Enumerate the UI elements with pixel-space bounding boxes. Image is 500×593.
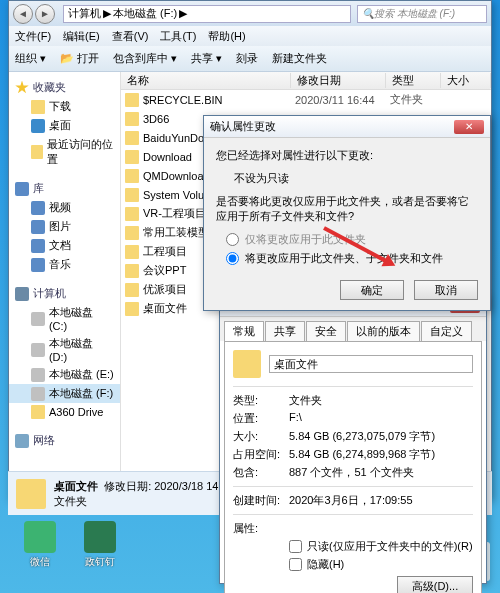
col-size[interactable]: 大小 xyxy=(441,73,491,88)
titlebar: ◄ ► 计算机 ▶ 本地磁盘 (F:) ▶ 🔍 搜索 本地磁盘 (F:) xyxy=(9,1,491,26)
music-icon xyxy=(31,258,45,272)
sidebar-drive-e[interactable]: 本地磁盘 (E:) xyxy=(9,365,120,384)
folder-icon xyxy=(125,93,139,107)
confirm-msg3: 是否要将此更改仅应用于此文件夹，或者是否要将它应用于所有子文件夹和文件? xyxy=(216,194,478,224)
toolbar-organize[interactable]: 组织 ▾ xyxy=(15,51,46,66)
desktop-icon-wechat[interactable]: 微信 xyxy=(22,521,58,569)
drive-icon xyxy=(31,387,45,401)
sidebar-drive-f[interactable]: 本地磁盘 (F:) xyxy=(9,384,120,403)
sidebar-item-documents[interactable]: 文档 xyxy=(9,236,120,255)
sidebar-computer[interactable]: 计算机 xyxy=(9,284,120,303)
sidebar-item-desktop[interactable]: 桌面 xyxy=(9,116,120,135)
folder-icon xyxy=(125,169,139,183)
video-icon xyxy=(31,201,45,215)
close-button[interactable]: ✕ xyxy=(454,120,484,134)
advanced-button[interactable]: 高级(D)... xyxy=(397,576,473,593)
folder-icon xyxy=(233,350,261,378)
dialog-titlebar[interactable]: 确认属性更改 ✕ xyxy=(204,116,490,138)
radio-this-folder-only[interactable]: 仅将更改应用于此文件夹 xyxy=(226,232,478,247)
tab-security[interactable]: 安全 xyxy=(306,321,346,341)
hidden-checkbox[interactable] xyxy=(289,558,302,571)
desktop-icon xyxy=(31,119,45,133)
folder-icon xyxy=(125,150,139,164)
sidebar-libraries[interactable]: 库 xyxy=(9,179,120,198)
toolbar-burn[interactable]: 刻录 xyxy=(236,51,258,66)
folder-icon xyxy=(125,302,139,316)
menubar: 文件(F) 编辑(E) 查看(V) 工具(T) 帮助(H) xyxy=(9,26,491,46)
search-input[interactable]: 🔍 搜索 本地磁盘 (F:) xyxy=(357,5,487,23)
sidebar-drive-d[interactable]: 本地磁盘 (D:) xyxy=(9,334,120,365)
file-header: 名称 修改日期 类型 大小 xyxy=(121,72,491,90)
toolbar: 组织 ▾ 📂 打开 包含到库中 ▾ 共享 ▾ 刻录 新建文件夹 xyxy=(9,46,491,72)
attr-hidden-row[interactable]: 隐藏(H) xyxy=(289,557,473,572)
desktop-icon-dingtalk[interactable]: 政钉钉 xyxy=(82,521,118,569)
download-icon xyxy=(31,100,45,114)
sidebar-item-pictures[interactable]: 图片 xyxy=(9,217,120,236)
sidebar-network[interactable]: 网络 xyxy=(9,431,120,450)
tab-sharing[interactable]: 共享 xyxy=(265,321,305,341)
chevron-right-icon: ▶ xyxy=(103,7,111,20)
toolbar-newfolder[interactable]: 新建文件夹 xyxy=(272,51,327,66)
col-name[interactable]: 名称 xyxy=(121,73,291,88)
menu-view[interactable]: 查看(V) xyxy=(112,29,149,44)
confirm-msg2: 不设为只读 xyxy=(234,171,478,186)
dingtalk-icon xyxy=(84,521,116,553)
prop-location: F:\ xyxy=(289,411,473,426)
sidebar-item-music[interactable]: 音乐 xyxy=(9,255,120,274)
cloud-icon xyxy=(31,405,45,419)
prop-size-on-disk: 5.84 GB (6,274,899,968 字节) xyxy=(289,447,473,462)
picture-icon xyxy=(31,220,45,234)
properties-dialog: 桌面文件 属性 ✕ 常规 共享 安全 以前的版本 自定义 类型:文件夹 位置:F… xyxy=(219,294,487,584)
folder-name-input[interactable] xyxy=(269,355,473,373)
folder-icon xyxy=(125,245,139,259)
radio-input[interactable] xyxy=(226,252,239,265)
folder-icon xyxy=(125,264,139,278)
properties-tabs: 常规 共享 安全 以前的版本 自定义 xyxy=(220,317,486,341)
breadcrumb-root[interactable]: 计算机 xyxy=(68,6,101,21)
sidebar-item-recent[interactable]: 最近访问的位置 xyxy=(9,135,120,169)
menu-tools[interactable]: 工具(T) xyxy=(160,29,196,44)
file-row[interactable]: $RECYCLE.BIN2020/3/11 16:44文件夹 xyxy=(121,90,491,109)
drive-icon xyxy=(31,312,45,326)
menu-help[interactable]: 帮助(H) xyxy=(208,29,245,44)
properties-body: 类型:文件夹 位置:F:\ 大小:5.84 GB (6,273,075,079 … xyxy=(224,341,482,593)
sidebar-favorites[interactable]: 收藏夹 xyxy=(9,78,120,97)
sidebar-item-downloads[interactable]: 下载 xyxy=(9,97,120,116)
toolbar-share[interactable]: 共享 ▾ xyxy=(191,51,222,66)
breadcrumb-drive[interactable]: 本地磁盘 (F:) xyxy=(113,6,177,21)
confirm-msg1: 您已经选择对属性进行以下更改: xyxy=(216,148,478,163)
cancel-button[interactable]: 取消 xyxy=(414,280,478,300)
sidebar-drive-c[interactable]: 本地磁盘 (C:) xyxy=(9,303,120,334)
toolbar-include[interactable]: 包含到库中 ▾ xyxy=(113,51,177,66)
col-type[interactable]: 类型 xyxy=(386,73,441,88)
menu-edit[interactable]: 编辑(E) xyxy=(63,29,100,44)
folder-icon xyxy=(125,112,139,126)
dialog-title: 确认属性更改 xyxy=(210,119,276,134)
toolbar-open[interactable]: 📂 打开 xyxy=(60,51,99,66)
forward-button[interactable]: ► xyxy=(35,4,55,24)
radio-input[interactable] xyxy=(226,233,239,246)
attr-readonly-row[interactable]: 只读(仅应用于文件夹中的文件)(R) xyxy=(289,539,473,554)
folder-icon xyxy=(125,131,139,145)
radio-all-subfolders[interactable]: 将更改应用于此文件夹、子文件夹和文件 xyxy=(226,251,478,266)
drive-icon xyxy=(31,343,45,357)
sidebar-a360[interactable]: A360 Drive xyxy=(9,403,120,421)
tab-customize[interactable]: 自定义 xyxy=(421,321,472,341)
menu-file[interactable]: 文件(F) xyxy=(15,29,51,44)
network-icon xyxy=(15,434,29,448)
prop-created: 2020年3月6日，17:09:55 xyxy=(289,493,473,508)
col-date[interactable]: 修改日期 xyxy=(291,73,386,88)
prop-size: 5.84 GB (6,273,075,079 字节) xyxy=(289,429,473,444)
readonly-checkbox[interactable] xyxy=(289,540,302,553)
tab-previous-versions[interactable]: 以前的版本 xyxy=(347,321,420,341)
folder-icon xyxy=(125,188,139,202)
tab-general[interactable]: 常规 xyxy=(224,321,264,341)
document-icon xyxy=(31,239,45,253)
breadcrumb[interactable]: 计算机 ▶ 本地磁盘 (F:) ▶ xyxy=(63,5,351,23)
wechat-icon xyxy=(24,521,56,553)
folder-icon xyxy=(125,283,139,297)
chevron-right-icon: ▶ xyxy=(179,7,187,20)
sidebar-item-videos[interactable]: 视频 xyxy=(9,198,120,217)
ok-button[interactable]: 确定 xyxy=(340,280,404,300)
back-button[interactable]: ◄ xyxy=(13,4,33,24)
